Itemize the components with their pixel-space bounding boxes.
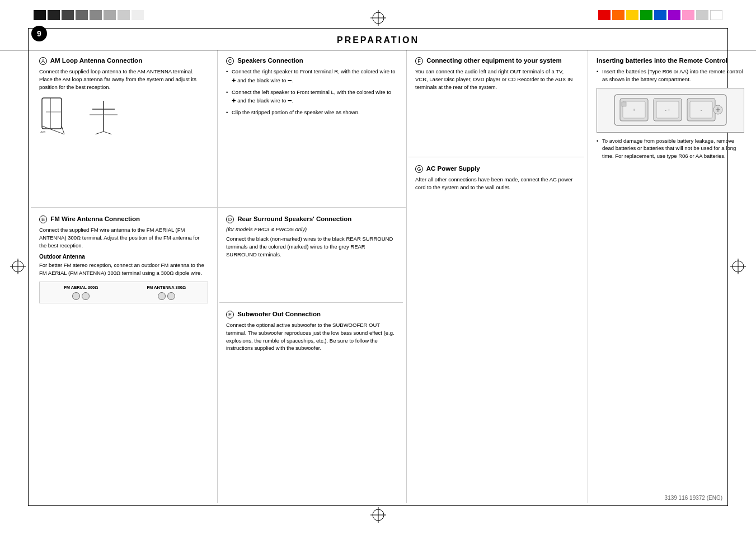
- decorative-top-right: [598, 10, 722, 20]
- terminal-1: [72, 292, 80, 300]
- section-H-bullet-1: Insert the batteries (Type R06 or AA) in…: [597, 68, 744, 83]
- svg-line-22: [104, 132, 112, 134]
- h-divider-col2: [219, 207, 403, 208]
- section-E-text: Connect the optional active subwoofer to…: [226, 321, 396, 352]
- section-B-text: Connect the supplied FM wire antenna to …: [39, 226, 208, 249]
- border-left: [28, 28, 29, 506]
- section-H-title: Inserting batteries into the Remote Cont…: [597, 56, 744, 65]
- section-E-title: E Subwoofer Out Connection: [226, 310, 396, 318]
- right-crosshair: [730, 259, 746, 275]
- section-H: Inserting batteries into the Remote Cont…: [590, 51, 751, 167]
- section-D-title: D Rear Surround Speakers' Connection: [226, 214, 396, 223]
- section-C-title: C Speakers Connection: [226, 56, 396, 65]
- terminal-3: [158, 292, 166, 300]
- svg-text:+: +: [633, 107, 636, 113]
- bottom-crosshair: [370, 507, 386, 524]
- h-divider-col3: [408, 157, 584, 157]
- antenna-sketches: AM: [39, 95, 208, 135]
- section-G-title: G AC Power Supply: [415, 164, 577, 173]
- section-A-text: Connect the supplied loop antenna to the…: [39, 68, 208, 91]
- svg-rect-27: [622, 102, 626, 106]
- section-G: G AC Power Supply After all other connec…: [408, 160, 584, 199]
- section-D-text: Connect the black (non-marked) wires to …: [226, 235, 396, 258]
- svg-line-16: [62, 126, 64, 134]
- section-H-bullet-2: To avoid damage from possible battery le…: [597, 137, 744, 160]
- svg-text:-  +: - +: [665, 107, 670, 113]
- section-C: C Speakers Connection Connect the right …: [219, 51, 403, 123]
- deco-color-1: [598, 10, 611, 20]
- deco-color-5: [654, 10, 666, 20]
- fm-antenna-terminals: [128, 292, 205, 300]
- border-top: [28, 28, 728, 29]
- section-B-subsection-title: Outdoor Antenna: [39, 254, 208, 260]
- decorative-top-left: [34, 10, 144, 20]
- section-D-letter: D: [226, 216, 234, 223]
- section-C-bullet-2: Connect the left speaker to Front termin…: [226, 88, 396, 107]
- page-footer: 3139 116 19372 (ENG): [665, 493, 722, 503]
- h-divider-col2-lower: [219, 302, 403, 303]
- svg-rect-12: [42, 98, 62, 129]
- terminal-4: [167, 292, 175, 300]
- deco-color-2: [612, 10, 624, 20]
- terminal-2: [82, 292, 90, 300]
- fm-aerial-box: FM AERIAL 300Ω: [43, 285, 120, 300]
- top-crosshair: [370, 10, 386, 27]
- section-F-text: You can connect the audio left and right…: [415, 68, 577, 91]
- deco-block-5: [90, 10, 102, 20]
- col-divider-3: [588, 50, 588, 503]
- border-bottom: [28, 505, 728, 506]
- deco-block-1: [34, 10, 46, 20]
- section-G-letter: G: [415, 165, 423, 173]
- section-D: D Rear Surround Speakers' Connection (fo…: [219, 210, 403, 266]
- section-H-bullets: Insert the batteries (Type R06 or AA) in…: [597, 68, 744, 83]
- section-F: F Connecting other equipment to your sys…: [408, 51, 584, 99]
- deco-block-7: [118, 10, 130, 20]
- section-C-bullet-3: Clip the stripped portion of the speaker…: [226, 109, 396, 116]
- deco-color-7: [682, 10, 694, 20]
- section-C-letter: C: [226, 57, 234, 65]
- section-G-text: After all other connections have been ma…: [415, 176, 577, 191]
- section-B-title: B FM Wire Antenna Connection: [39, 214, 208, 223]
- section-C-bullets: Connect the right speaker to Front termi…: [226, 68, 396, 116]
- deco-color-9: [710, 10, 722, 20]
- section-D-subtitle: (for models FWC3 & FWC35 only): [226, 226, 396, 232]
- deco-color-4: [640, 10, 652, 20]
- deco-block-3: [62, 10, 74, 20]
- page-number: 9: [31, 26, 47, 41]
- section-A: A AM Loop Antenna Connection Connect the…: [32, 51, 215, 144]
- col-divider-2: [406, 50, 407, 503]
- wire-antenna-sketch: [84, 95, 123, 135]
- page-title: PREPARATION: [0, 31, 756, 50]
- fm-aerial-label: FM AERIAL 300Ω: [43, 285, 120, 291]
- section-A-letter: A: [39, 57, 47, 65]
- deco-color-3: [626, 10, 638, 20]
- section-H-bullets-2: To avoid damage from possible battery le…: [597, 137, 744, 160]
- svg-text:AM: AM: [40, 130, 45, 134]
- fm-antenna-label: FM ANTENNA 300Ω: [128, 285, 205, 291]
- loop-antenna-sketch: AM: [39, 95, 78, 135]
- section-E: E Subwoofer Out Connection Connect the o…: [219, 305, 403, 360]
- fm-aerial-terminals: [43, 292, 120, 300]
- svg-line-21: [95, 132, 104, 134]
- section-B-subsection-text: For better FM stereo reception, connect …: [39, 261, 208, 277]
- fm-antenna-box: FM ANTENNA 300Ω: [128, 285, 205, 300]
- deco-block-4: [76, 10, 88, 20]
- deco-block-2: [48, 10, 60, 20]
- left-crosshair: [10, 259, 26, 275]
- section-E-letter: E: [226, 311, 234, 318]
- col-divider-1: [217, 50, 218, 503]
- svg-text:-: -: [701, 107, 702, 113]
- deco-color-6: [668, 10, 680, 20]
- section-F-title: F Connecting other equipment to your sys…: [415, 56, 577, 65]
- section-B-letter: B: [39, 216, 47, 223]
- section-F-letter: F: [415, 57, 423, 65]
- deco-block-6: [104, 10, 116, 20]
- antenna-diagram: FM AERIAL 300Ω FM ANTENNA 300Ω: [39, 282, 208, 303]
- deco-color-8: [696, 10, 708, 20]
- svg-line-15: [42, 126, 64, 134]
- section-C-bullet-1: Connect the right speaker to Front termi…: [226, 68, 396, 86]
- remote-control-image: + - + -: [597, 88, 744, 133]
- section-B: B FM Wire Antenna Connection Connect the…: [32, 210, 215, 312]
- section-A-title: A AM Loop Antenna Connection: [39, 56, 208, 65]
- deco-block-8: [132, 10, 144, 20]
